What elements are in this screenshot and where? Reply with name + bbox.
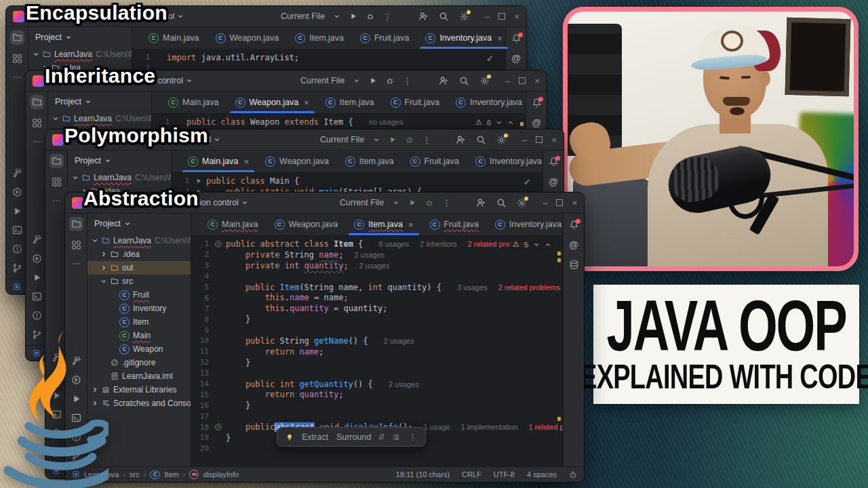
run-tool-icon[interactable] — [12, 206, 22, 216]
tab-item[interactable]: CItem.java — [317, 92, 382, 113]
code-editor[interactable]: 1public abstract class Item { 8 usages2 … — [191, 236, 563, 466]
tab-inventory[interactable]: CInventory.java× — [417, 27, 511, 49]
chevron-down-icon[interactable] — [353, 77, 360, 84]
close-button[interactable]: × — [551, 135, 557, 145]
has-inheritors-icon[interactable] — [214, 240, 222, 248]
more-actions-kebab-icon[interactable]: ⋮ — [383, 12, 392, 22]
debug-button[interactable] — [386, 77, 394, 85]
prev-problem-icon[interactable] — [533, 241, 540, 248]
lock-icon[interactable] — [569, 470, 577, 479]
breadcrumb-item[interactable]: src — [130, 470, 140, 479]
intention-action[interactable]: Surround — [336, 432, 371, 442]
structure-icon[interactable] — [32, 118, 42, 128]
expanded-chevron-icon[interactable] — [100, 278, 107, 285]
notifications-bell-icon[interactable] — [532, 98, 542, 108]
tree-item-out[interactable]: out — [87, 261, 191, 274]
tab-main[interactable]: CMain.java× — [180, 150, 257, 172]
tree-item-fruit[interactable]: CFruit — [87, 288, 191, 302]
run-line-icon[interactable] — [195, 178, 202, 184]
tab-weapon[interactable]: CWeapon.java× — [227, 92, 317, 113]
collapsed-chevron-icon[interactable] — [100, 251, 107, 258]
maximize-button[interactable] — [536, 136, 542, 143]
tab-inventory[interactable]: CInventory.java — [487, 214, 570, 235]
inspections-widget[interactable]: ⚠6 — [473, 117, 517, 127]
project-panel-header[interactable]: Project — [48, 92, 151, 112]
tree-item-learnjava[interactable]: LearnJava C:\Users\forre — [48, 112, 151, 125]
terminal-icon[interactable] — [12, 225, 22, 235]
expanded-chevron-icon[interactable] — [92, 237, 98, 244]
ai-assistant-icon[interactable]: @ — [549, 177, 558, 186]
list-action-icon[interactable] — [392, 433, 400, 441]
expanded-chevron-icon[interactable] — [52, 115, 59, 122]
breadcrumb-item[interactable]: displayInfo — [203, 470, 239, 479]
run-button[interactable] — [349, 12, 357, 20]
version-control-icon[interactable] — [12, 263, 22, 273]
build-icon[interactable] — [32, 235, 42, 245]
tab-main[interactable]: CMain.java — [160, 92, 227, 113]
prev-problem-icon[interactable] — [496, 119, 502, 126]
comment-action-icon[interactable]: // — [379, 432, 384, 442]
maximize-button[interactable] — [519, 77, 526, 84]
more-tools-icon[interactable]: ⋯ — [52, 196, 60, 205]
implemented-marker-icon[interactable] — [214, 423, 222, 431]
project-tool-button[interactable] — [69, 217, 83, 231]
run-config-selector[interactable]: Current File — [320, 135, 364, 144]
more-actions-kebab-icon[interactable]: ⋮ — [422, 135, 431, 145]
tree-item-learnjava[interactable]: LearnJava C:\Users\forre — [87, 234, 191, 247]
inspections-widget[interactable]: ⚠5 — [510, 239, 554, 249]
status-item[interactable]: UTF-8 — [494, 470, 515, 479]
project-tool-button[interactable] — [50, 154, 64, 168]
structure-icon[interactable] — [12, 54, 22, 64]
tab-main[interactable]: CMain.java — [140, 27, 208, 49]
tab-fruit[interactable]: CFruit.java — [352, 27, 417, 49]
tab-fruit[interactable]: CFruit.java — [382, 92, 448, 113]
more-actions-kebab-icon[interactable]: ⋮ — [403, 76, 412, 86]
tab-inventory[interactable]: CInventory.java — [448, 92, 530, 113]
tab-weapon[interactable]: CWeapon.java — [208, 27, 288, 49]
maximize-button[interactable] — [556, 199, 563, 206]
tree-item-learnjava[interactable]: LearnJava C:\Users\forre — [28, 47, 132, 61]
run-button[interactable] — [369, 77, 377, 85]
project-panel-header[interactable]: Project — [87, 214, 191, 234]
run-tool-icon[interactable] — [32, 272, 42, 283]
search-everywhere-icon[interactable] — [439, 12, 449, 22]
tree-item-inventory[interactable]: CInventory — [87, 302, 191, 315]
tab-close-icon[interactable]: × — [304, 98, 309, 108]
notifications-bell-icon[interactable] — [511, 33, 521, 43]
status-item[interactable]: 18:11 (10 chars) — [396, 470, 450, 479]
project-panel-header[interactable]: Project — [68, 150, 171, 171]
search-everywhere-icon[interactable] — [496, 198, 507, 208]
maximize-button[interactable] — [498, 13, 505, 20]
project-tool-button[interactable] — [10, 30, 24, 45]
more-actions-kebab-icon[interactable]: ⋮ — [442, 198, 451, 208]
minimize-button[interactable]: – — [505, 76, 510, 86]
tree-item-src[interactable]: src — [87, 274, 191, 288]
debug-button[interactable] — [406, 136, 414, 144]
run-button[interactable] — [408, 199, 416, 207]
tab-close-icon[interactable]: × — [244, 157, 250, 167]
expanded-chevron-icon[interactable] — [72, 174, 79, 181]
inspections-widget[interactable]: ✓ — [521, 176, 534, 188]
next-problem-icon[interactable] — [545, 241, 551, 248]
collapsed-chevron-icon[interactable] — [100, 264, 107, 271]
inspections-widget[interactable]: ✓ — [484, 53, 496, 64]
services-icon[interactable] — [12, 187, 22, 197]
problems-icon[interactable] — [12, 244, 22, 254]
run-config-selector[interactable]: Current File — [340, 198, 384, 207]
chevron-down-icon[interactable] — [393, 199, 399, 206]
build-icon[interactable] — [12, 168, 22, 178]
project-tool-button[interactable] — [30, 95, 44, 109]
database-icon[interactable] — [569, 260, 579, 270]
ai-assistant-icon[interactable]: @ — [511, 54, 521, 63]
more-tools-icon[interactable]: ⋯ — [13, 73, 21, 82]
status-item[interactable]: CRLF — [462, 470, 481, 479]
more-tools-icon[interactable]: ⋯ — [33, 137, 41, 146]
minimize-button[interactable]: – — [485, 12, 490, 22]
breadcrumb-item[interactable]: Item — [164, 470, 178, 479]
code-with-me-icon[interactable] — [439, 76, 449, 86]
next-problem-icon[interactable] — [507, 119, 514, 126]
search-everywhere-icon[interactable] — [459, 76, 469, 86]
ai-assistant-icon[interactable]: @ — [569, 240, 578, 249]
chevron-down-icon[interactable] — [334, 13, 340, 20]
notifications-bell-icon[interactable] — [549, 157, 559, 167]
